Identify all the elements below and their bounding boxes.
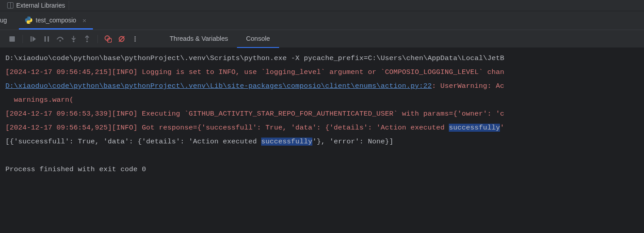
tab-console[interactable]: Console [237, 30, 279, 48]
stop-icon [9, 36, 15, 42]
console-line: D:\xiaoduo\code\python\base\pythonProjec… [5, 54, 504, 62]
svg-point-5 [73, 40, 74, 42]
step-out-icon [84, 35, 90, 43]
step-out-button[interactable] [81, 33, 93, 45]
breakpoints-icon [105, 35, 112, 43]
console-output[interactable]: D:\xiaoduo\code\python\base\pythonProjec… [0, 48, 644, 180]
step-into-button[interactable] [68, 33, 79, 45]
toolbar-separator [22, 35, 23, 43]
svg-point-13 [135, 38, 136, 39]
mute-breakpoints-button[interactable] [116, 33, 127, 45]
external-libraries-label: External Libraries [16, 2, 65, 9]
console-text: [{'successfull': True, 'data': {'details… [5, 138, 261, 146]
view-breakpoints-button[interactable] [102, 33, 114, 45]
tab-threads-variables[interactable]: Threads & Variables [161, 30, 237, 48]
console-text: ' [500, 124, 504, 132]
resume-icon [30, 35, 37, 43]
console-line-exit: Process finished with exit code 0 [5, 165, 146, 173]
tab-close-icon[interactable]: × [83, 17, 87, 24]
console-line-warning: warnings.warn( [5, 96, 74, 104]
console-line-info: [2024-12-17 09:56:45,215][INFO] Logging … [5, 68, 504, 76]
svg-point-12 [135, 36, 136, 38]
partial-tab[interactable]: ug [0, 13, 11, 30]
toolbar-separator [97, 35, 98, 43]
highlighted-text: successfully [449, 124, 500, 132]
resume-button[interactable] [27, 33, 39, 45]
tab-label: test_composio [36, 17, 76, 24]
svg-rect-2 [48, 36, 49, 42]
step-over-icon [56, 36, 64, 42]
more-options-button[interactable] [129, 33, 141, 45]
svg-rect-1 [44, 36, 46, 42]
console-text: '}, 'error': None}] [312, 138, 394, 146]
tab-test-composio[interactable]: test_composio × [19, 13, 93, 30]
file-link[interactable]: D:\xiaoduo\code\python\base\pythonProjec… [5, 82, 432, 90]
console-text: [2024-12-17 09:56:54,925][INFO] Got resp… [5, 124, 449, 132]
step-over-button[interactable] [54, 33, 66, 45]
console-text: : UserWarning: Ac [432, 82, 504, 90]
stop-button[interactable] [6, 33, 18, 45]
debug-toolbar: Threads & Variables Console [0, 30, 644, 48]
step-into-icon [70, 35, 77, 43]
pause-icon [44, 36, 50, 42]
top-bar: External Libraries [0, 0, 644, 11]
more-icon [132, 36, 138, 42]
svg-rect-0 [31, 36, 32, 42]
pause-button[interactable] [41, 33, 53, 45]
debug-sub-tabs: Threads & Variables Console [161, 30, 279, 47]
mute-breakpoints-icon [118, 35, 125, 43]
external-libraries-item[interactable]: External Libraries [4, 1, 71, 10]
svg-point-3 [59, 40, 61, 42]
editor-tabs-row: ug test_composio × [0, 11, 644, 30]
console-line-info: [2024-12-17 09:56:53,339][INFO] Executin… [5, 110, 504, 118]
python-file-icon [25, 17, 32, 24]
library-icon [7, 2, 13, 9]
svg-point-7 [86, 40, 88, 42]
svg-point-14 [135, 40, 136, 42]
highlighted-text: successfully [261, 138, 312, 146]
